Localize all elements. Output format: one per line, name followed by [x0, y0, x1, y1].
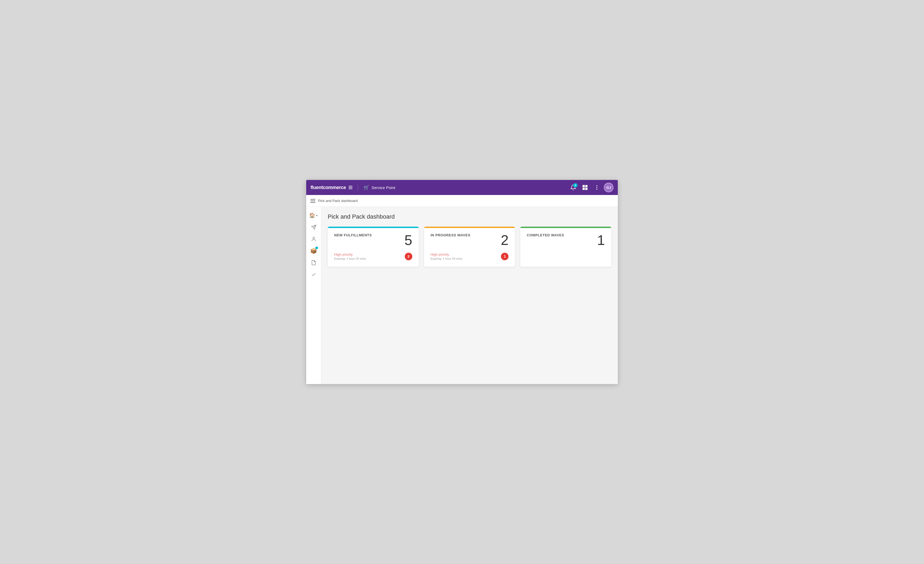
top-navigation: fluentcommerce 🛒 Service Point 3	[306, 180, 618, 195]
card-border-orange	[424, 226, 515, 228]
sidebar-item-home[interactable]: 🏠 ▼	[308, 210, 319, 221]
card-title-completed: COMPLETED WAVES	[527, 233, 564, 237]
hamburger-line-2	[310, 201, 315, 201]
completed-waves-card[interactable]: COMPLETED WAVES 1	[520, 226, 611, 267]
home-icon: 🏠	[309, 213, 315, 218]
cards-row: NEW FULFILLMENTS 5 High priority Expirin…	[328, 226, 611, 267]
logo-bar-3	[349, 189, 352, 189]
cart-icon: 🛒	[363, 184, 369, 190]
card-count-completed: 1	[597, 233, 605, 247]
home-with-chevron: 🏠 ▼	[309, 213, 318, 218]
orders-badge	[315, 246, 318, 249]
service-point-nav: 🛒 Service Point	[358, 184, 395, 190]
logo-bar-1	[349, 186, 352, 186]
logo-area: fluentcommerce	[310, 185, 358, 190]
card-body-waves: High priority Expiring: 1 hour 20 mins 1	[430, 252, 509, 260]
priority-info-waves: High priority Expiring: 1 hour 20 mins	[430, 252, 462, 260]
main-content: 🏠 ▼ 📦	[306, 207, 618, 384]
card-count-fulfillments: 5	[405, 233, 412, 247]
card-count-waves: 2	[501, 233, 508, 247]
card-border-green	[520, 226, 611, 228]
card-title-waves: IN PROGRESS WAVES	[430, 233, 470, 237]
priority-label-waves: High priority	[430, 252, 462, 256]
page-title: Pick and Pack dashboard	[328, 213, 611, 220]
chevron-down-icon: ▼	[316, 214, 318, 217]
notification-badge: 3	[573, 183, 578, 188]
sidebar-item-reports[interactable]	[308, 257, 319, 268]
checkmarks-icon	[311, 272, 316, 277]
svg-rect-0	[583, 185, 585, 187]
card-body-fulfillments: High priority Expiring: 1 hour 20 mins 2	[334, 252, 412, 260]
svg-rect-1	[585, 185, 587, 187]
logo-bars-icon	[349, 186, 352, 189]
hamburger-line-1	[310, 199, 315, 200]
svg-rect-3	[585, 188, 587, 190]
breadcrumb-bar: Pick and Pack dashboard	[306, 195, 618, 207]
content-area: Pick and Pack dashboard NEW FULFILLMENTS…	[321, 207, 618, 384]
priority-badge-fulfillments: 2	[405, 253, 412, 260]
expiring-text-waves: Expiring: 1 hour 20 mins	[430, 257, 462, 260]
svg-point-6	[597, 189, 597, 190]
reports-icon	[311, 260, 316, 266]
expiring-text-fulfillments: Expiring: 1 hour 20 mins	[334, 257, 366, 260]
hamburger-line-3	[310, 202, 315, 203]
card-header-fulfillments: NEW FULFILLMENTS 5	[334, 233, 412, 247]
priority-badge-waves: 1	[501, 253, 508, 260]
svg-point-7	[313, 237, 315, 239]
more-options-button[interactable]	[592, 183, 602, 192]
grid-icon	[582, 184, 588, 190]
hamburger-menu-button[interactable]	[310, 199, 315, 203]
card-border-cyan	[328, 226, 419, 228]
priority-label-fulfillments: High priority	[334, 252, 366, 256]
card-header-waves: IN PROGRESS WAVES 2	[430, 233, 509, 247]
priority-info-fulfillments: High priority Expiring: 1 hour 20 mins	[334, 252, 366, 260]
in-progress-waves-card[interactable]: IN PROGRESS WAVES 2 High priority Expiri…	[424, 226, 515, 267]
more-vertical-icon	[594, 184, 600, 190]
notification-button[interactable]: 3	[568, 183, 578, 192]
browser-window: fluentcommerce 🛒 Service Point 3	[306, 180, 618, 384]
logo-bar-2	[349, 187, 352, 188]
svg-rect-2	[583, 188, 585, 190]
sidebar-item-departures[interactable]	[308, 222, 319, 232]
nav-actions: 3 GJ	[568, 183, 614, 192]
sidebar: 🏠 ▼ 📦	[306, 207, 321, 384]
new-fulfillments-card[interactable]: NEW FULFILLMENTS 5 High priority Expirin…	[328, 226, 419, 267]
card-header-completed: COMPLETED WAVES 1	[527, 233, 605, 247]
svg-point-4	[597, 186, 597, 186]
person-icon	[311, 236, 316, 242]
breadcrumb-text: Pick and Pack dashboard	[318, 199, 357, 203]
sidebar-item-checkmarks[interactable]	[308, 269, 319, 280]
departures-icon	[311, 225, 316, 230]
svg-point-5	[597, 187, 597, 188]
service-point-label: Service Point	[372, 185, 395, 190]
card-title-fulfillments: NEW FULFILLMENTS	[334, 233, 372, 237]
sidebar-item-orders[interactable]: 📦	[308, 246, 319, 256]
user-avatar-button[interactable]: GJ	[604, 183, 614, 192]
sidebar-item-person[interactable]	[308, 234, 319, 244]
logo-text: fluentcommerce	[310, 185, 346, 190]
grid-menu-button[interactable]	[580, 183, 590, 192]
